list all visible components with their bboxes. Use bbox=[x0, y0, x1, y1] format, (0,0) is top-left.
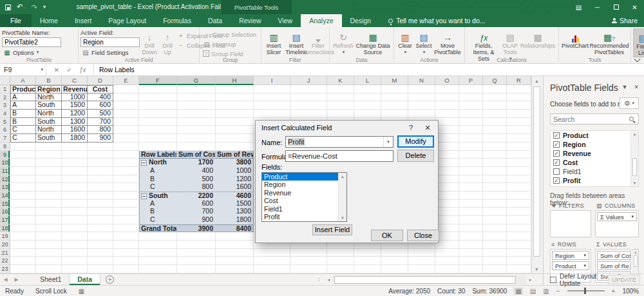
close-icon[interactable]: ✕ bbox=[625, 0, 644, 14]
cancel-icon[interactable]: ✕ bbox=[53, 66, 59, 74]
group-selection-button[interactable]: → Group Selection bbox=[202, 30, 258, 39]
cell-G21[interactable] bbox=[177, 249, 216, 257]
row-header-1[interactable]: 1 bbox=[0, 85, 10, 94]
cell-C9[interactable] bbox=[62, 151, 88, 159]
defer-layout-checkbox[interactable] bbox=[550, 277, 556, 283]
cell-G11[interactable]: 400 bbox=[177, 167, 216, 175]
page-layout-view-icon[interactable]: ▤ bbox=[530, 288, 536, 295]
scroll-down-icon[interactable]: ▼ bbox=[339, 214, 346, 221]
cell-R22[interactable] bbox=[507, 257, 531, 265]
scroll-down-icon[interactable]: ▼ bbox=[631, 180, 638, 186]
customize-quick-access-icon[interactable]: ▾ bbox=[43, 0, 46, 14]
row-header-14[interactable]: 14 bbox=[0, 192, 10, 200]
options-button[interactable]: ▦ Options ▾ bbox=[2, 48, 61, 57]
cell-E20[interactable] bbox=[113, 241, 139, 249]
cell-G8[interactable] bbox=[177, 143, 216, 151]
cell-R3[interactable] bbox=[507, 101, 531, 110]
cell-O20[interactable] bbox=[435, 241, 459, 249]
cell-D16[interactable] bbox=[88, 208, 113, 216]
cell-J23[interactable] bbox=[290, 265, 327, 273]
column-header-G[interactable]: G bbox=[177, 76, 216, 85]
cell-P8[interactable] bbox=[459, 143, 483, 151]
cell-O21[interactable] bbox=[435, 249, 459, 257]
row-header-21[interactable]: 21 bbox=[0, 249, 10, 257]
cell-Q13[interactable] bbox=[483, 183, 507, 192]
cell-N4[interactable] bbox=[408, 110, 435, 118]
cell-P14[interactable] bbox=[459, 192, 483, 200]
page-break-view-icon[interactable]: ▥ bbox=[543, 288, 549, 295]
formula-input[interactable]: Row Labels bbox=[94, 64, 644, 75]
checkbox-field1[interactable] bbox=[553, 168, 560, 175]
values-chip-sum-of-cost[interactable]: Sum of Cost bbox=[597, 251, 631, 260]
cell-F2[interactable] bbox=[139, 94, 177, 102]
update-button[interactable]: UPDATE bbox=[608, 275, 640, 284]
cell-B2[interactable]: North bbox=[36, 94, 62, 102]
cell-C18[interactable] bbox=[62, 224, 88, 233]
cell-D9[interactable] bbox=[88, 151, 113, 159]
cell-P21[interactable] bbox=[459, 249, 483, 257]
row-header-6[interactable]: 6 bbox=[0, 126, 10, 134]
row-header-19[interactable]: 19 bbox=[0, 232, 10, 241]
cell-A7[interactable]: C bbox=[10, 134, 36, 143]
cell-H16[interactable]: 1300 bbox=[216, 208, 254, 216]
tools-dropdown-button[interactable]: ⚙ ▾ bbox=[620, 97, 639, 109]
cell-Q15[interactable] bbox=[483, 200, 507, 208]
cell-L2[interactable] bbox=[354, 94, 381, 102]
cell-C14[interactable] bbox=[62, 192, 88, 200]
share-button[interactable]: Share bbox=[612, 14, 638, 27]
cell-B19[interactable] bbox=[36, 232, 62, 241]
cell-H9[interactable]: Sum of Revenue bbox=[216, 151, 254, 159]
close-button[interactable]: Close bbox=[407, 230, 439, 241]
insert-field-button[interactable]: Insert Field bbox=[312, 224, 352, 235]
row-header-9[interactable]: 9 bbox=[0, 151, 10, 159]
dialog-field-profit[interactable]: Profit bbox=[262, 213, 338, 221]
cell-A4[interactable]: B bbox=[10, 110, 36, 118]
cell-R16[interactable] bbox=[507, 208, 531, 216]
cell-G2[interactable] bbox=[177, 94, 216, 102]
cell-H21[interactable] bbox=[216, 249, 254, 257]
scroll-left-icon[interactable]: ◂ bbox=[325, 275, 333, 284]
cell-G12[interactable]: 500 bbox=[177, 175, 216, 184]
cell-D10[interactable] bbox=[88, 159, 113, 167]
cell-G18[interactable]: 3900 bbox=[177, 224, 216, 233]
cell-C7[interactable]: 1800 bbox=[62, 134, 88, 143]
listbox-scrollbar[interactable]: ▲ ▼ bbox=[338, 173, 346, 221]
cell-Q5[interactable] bbox=[483, 118, 507, 126]
cell-I2[interactable] bbox=[254, 94, 290, 102]
cell-C13[interactable] bbox=[62, 183, 88, 192]
cell-R11[interactable] bbox=[507, 167, 531, 175]
cell-J22[interactable] bbox=[290, 257, 327, 265]
modify-button[interactable]: Modify bbox=[397, 135, 434, 148]
cell-J21[interactable] bbox=[290, 249, 327, 257]
cell-F15[interactable]: A bbox=[139, 200, 177, 208]
row-header-16[interactable]: 16 bbox=[0, 208, 10, 216]
new-sheet-icon[interactable]: + bbox=[106, 275, 114, 284]
cell-E13[interactable] bbox=[113, 183, 139, 192]
cell-B3[interactable]: South bbox=[36, 101, 62, 110]
cell-H14[interactable]: 4600 bbox=[216, 192, 254, 200]
cell-D6[interactable]: 800 bbox=[88, 126, 113, 134]
cell-D5[interactable]: 700 bbox=[88, 118, 113, 126]
column-header-L[interactable]: L bbox=[354, 76, 381, 85]
cell-H1[interactable] bbox=[216, 85, 254, 94]
cell-B16[interactable] bbox=[36, 208, 62, 216]
cell-E19[interactable] bbox=[113, 232, 139, 241]
column-header-I[interactable]: I bbox=[254, 76, 290, 85]
cell-A17[interactable] bbox=[10, 216, 36, 224]
cell-D18[interactable] bbox=[88, 224, 113, 233]
cell-D19[interactable] bbox=[88, 232, 113, 241]
cell-K23[interactable] bbox=[327, 265, 354, 273]
cell-P3[interactable] bbox=[459, 101, 483, 110]
cell-C5[interactable]: 1300 bbox=[62, 118, 88, 126]
column-header-E[interactable]: E bbox=[113, 76, 139, 85]
cell-N1[interactable] bbox=[408, 85, 435, 94]
zoom-in-icon[interactable]: + bbox=[612, 288, 616, 295]
cell-Q19[interactable] bbox=[483, 232, 507, 241]
cell-P1[interactable] bbox=[459, 85, 483, 94]
cell-R10[interactable] bbox=[507, 159, 531, 167]
cell-F1[interactable] bbox=[139, 85, 177, 94]
row-header-15[interactable]: 15 bbox=[0, 200, 10, 208]
column-header-H[interactable]: H bbox=[216, 76, 254, 85]
cell-E11[interactable] bbox=[113, 167, 139, 175]
cell-Q8[interactable] bbox=[483, 143, 507, 151]
